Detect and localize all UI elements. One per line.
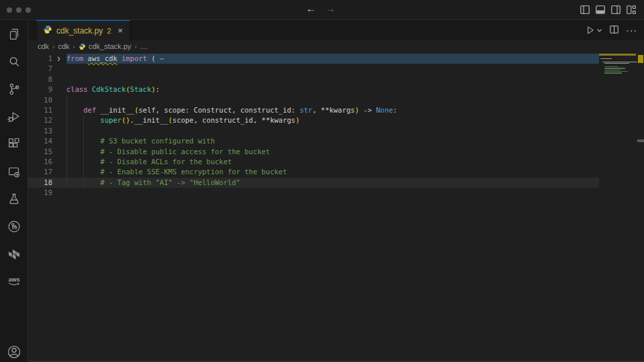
tab-problems-badge: 2 [107,27,111,35]
editor-group: cdk_stack.py 2 × ··· [28,20,644,362]
code-text: # - Enable SSE-KMS encryption for the bu… [66,167,287,177]
breadcrumb-separator-icon: › [73,43,75,50]
breadcrumb: cdk › cdk › cdk_stack.py › … [28,40,644,52]
minimap-line [602,62,637,62]
toggle-secondary-sidebar-icon[interactable] [611,5,621,14]
minimap-content [599,54,637,121]
window-zoom-button[interactable] [25,7,31,13]
activity-bar: aws [0,20,28,362]
python-file-icon [43,25,52,37]
line-number[interactable]: 1 [28,54,52,64]
minimap-line [604,68,625,68]
breadcrumb-item-file[interactable]: cdk_stack.py [78,42,131,50]
code-line-10[interactable]: 10 [28,95,599,105]
code-text: # - Disable ACLs for the bucket [66,157,232,167]
overview-warning-marker [638,55,643,63]
minimap-line [599,54,636,56]
line-number[interactable]: 17 [28,167,52,177]
customize-layout-icon[interactable] [627,5,636,14]
line-number[interactable]: 18 [28,178,52,188]
code-line-7[interactable]: 7 [28,64,599,74]
code-text: # - Tag with "AI" -> "HelloWorld" [66,178,240,188]
code-line-16[interactable]: 16 # - Disable ACLs for the bucket [28,157,599,167]
tab-cdk-stack[interactable]: cdk_stack.py 2 × [36,20,130,40]
line-number[interactable]: 10 [28,95,52,105]
vscode-window: ← → [0,0,644,362]
extensions-icon[interactable] [6,136,22,152]
breadcrumb-item[interactable]: cdk [38,42,49,50]
aws-icon[interactable]: aws [6,274,22,290]
tab-title: cdk_stack.py [56,26,103,36]
minimap-line [604,72,622,73]
line-number[interactable]: 7 [28,64,52,74]
line-number[interactable]: 11 [28,105,52,115]
more-actions-button[interactable]: ··· [626,25,637,36]
line-number[interactable]: 15 [28,147,52,157]
code-line-8[interactable]: 8 [28,74,599,84]
run-dropdown-chevron-icon [596,27,602,34]
code-lines[interactable]: 1❯from aws_cdk import ( ⋯789class CdkSta… [28,54,599,362]
overview-scroll-marker [637,139,644,142]
explorer-icon[interactable] [6,26,22,42]
line-number[interactable]: 19 [28,188,52,198]
minimap[interactable] [599,52,637,362]
indent-guide [66,126,67,136]
navigate-forward-icon[interactable]: → [325,3,335,14]
indent-guide [66,95,67,105]
code-text: from aws_cdk import ( ⋯ [66,54,164,64]
code-line-12[interactable]: 12 super().__init__(scope, construct_id,… [28,115,599,125]
tab-bar: cdk_stack.py 2 × ··· [28,20,644,40]
code-line-1[interactable]: 1❯from aws_cdk import ( ⋯ [28,54,599,64]
line-number[interactable]: 14 [28,136,52,146]
window-minimize-button[interactable] [16,7,21,13]
code-line-11[interactable]: 11 def __init__(self, scope: Construct, … [28,105,599,115]
titlebar: ← → [0,0,644,20]
code-editor[interactable]: 1❯from aws_cdk import ( ⋯789class CdkSta… [28,52,644,362]
code-line-13[interactable]: 13 [28,126,599,136]
fold-collapsed-icon[interactable]: ❯ [57,54,60,64]
source-control-icon[interactable] [6,81,22,97]
overview-ruler[interactable] [637,52,644,362]
line-number[interactable]: 9 [28,84,52,95]
breadcrumb-separator-icon: › [135,43,137,50]
svg-text:aws: aws [8,276,19,283]
line-number[interactable]: 8 [28,74,52,84]
testing-icon[interactable] [6,191,22,207]
toggle-panel-icon[interactable] [596,5,605,14]
code-line-17[interactable]: 17 # - Enable SSE-KMS encryption for the… [28,167,599,177]
git-graph-icon[interactable] [6,219,22,235]
remote-explorer-icon[interactable] [6,164,22,180]
code-text: super().__init__(scope, construct_id, **… [66,115,300,125]
run-python-file-button[interactable] [586,25,602,35]
code-line-14[interactable]: 14 # S3 bucket configured with [28,136,599,146]
window-controls [7,7,31,13]
breadcrumb-separator-icon: › [52,43,54,50]
navigate-back-icon[interactable]: ← [306,3,316,14]
code-line-9[interactable]: 9class CdkStack(Stack): [28,84,599,95]
window-close-button[interactable] [7,7,12,13]
breadcrumb-item[interactable]: cdk [58,42,69,50]
indent-guide [83,126,84,136]
minimap-line [604,63,629,64]
minimap-line [604,66,619,67]
code-line-18[interactable]: 18 # - Tag with "AI" -> "HelloWorld" [28,178,599,188]
search-icon[interactable] [6,54,22,70]
code-text: # - Disable public access for the bucket [66,147,270,157]
code-line-15[interactable]: 15 # - Disable public access for the buc… [28,147,599,157]
tab-close-icon[interactable]: × [118,26,123,35]
run-and-debug-icon[interactable] [6,109,22,125]
breadcrumb-symbol[interactable]: … [140,42,148,50]
terraform-icon[interactable] [6,246,22,262]
line-number[interactable]: 13 [28,126,52,136]
minimap-line [604,70,621,70]
line-number[interactable]: 16 [28,157,52,167]
minimap-line [600,58,612,59]
code-text: # S3 bucket configured with [66,136,215,146]
toggle-primary-sidebar-icon[interactable] [580,5,590,14]
code-text: class CdkStack(Stack): [66,84,160,95]
line-number[interactable]: 12 [28,115,52,125]
code-line-19[interactable]: 19 [28,188,599,198]
account-icon[interactable] [6,344,22,360]
code-text: def __init__(self, scope: Construct, con… [66,105,397,115]
split-editor-button[interactable] [610,24,619,36]
